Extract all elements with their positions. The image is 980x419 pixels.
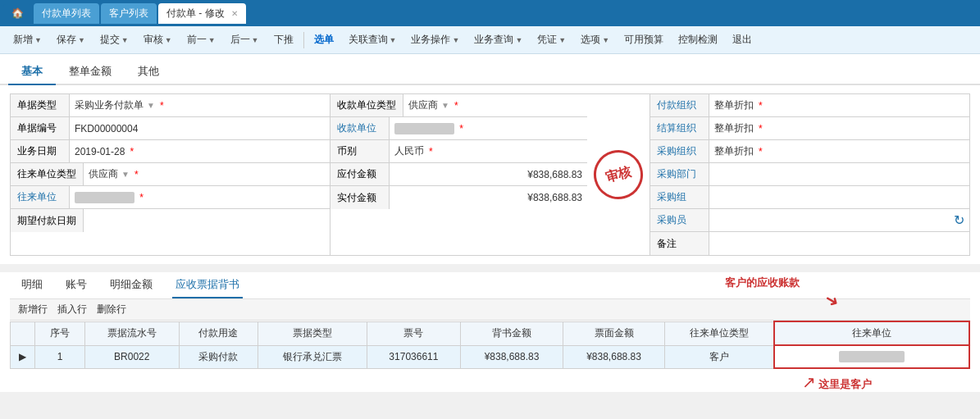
btn-delete-row[interactable]: 删除行	[97, 303, 126, 317]
btn-biz-op[interactable]: 业务操作 ▼	[404, 30, 466, 49]
toolbar: 新增 ▼ 保存 ▼ 提交 ▼ 审核 ▼ 前一 ▼ 后一 ▼ 下推 选单	[0, 26, 980, 54]
value-remark[interactable]	[709, 232, 969, 255]
label-purchase-dept[interactable]: 采购部门	[650, 163, 709, 185]
th-endorse-amt: 背书金额	[461, 321, 563, 345]
label-purchaser[interactable]: 采购员	[650, 209, 709, 231]
btn-save[interactable]: 保存 ▼	[50, 30, 92, 49]
doc-type-value: 采购业务付款单	[75, 98, 144, 112]
btn-new[interactable]: 新增 ▼	[7, 30, 48, 49]
label-purchase-group[interactable]: 采购组	[650, 186, 709, 208]
tab-other[interactable]: 其他	[125, 59, 172, 85]
tab-receivable[interactable]: 应收票据背书	[172, 272, 243, 298]
title-bar: 🏠 付款单列表 客户列表 付款单 - 修改 ✕	[0, 0, 980, 26]
label-pay-org[interactable]: 付款组织	[650, 94, 709, 116]
btn-add-row[interactable]: 新增行	[18, 303, 48, 317]
biz-date-value: 2019-01-28	[75, 146, 125, 157]
value-expect-date[interactable]	[84, 209, 330, 232]
form-row-purchase-org: 采购组织 整单折扣 *	[650, 140, 969, 163]
btn-voucher[interactable]: 凭证 ▼	[531, 30, 572, 49]
value-currency[interactable]: 人民币 *	[390, 140, 587, 162]
tab-payment-edit[interactable]: 付款单 - 修改 ✕	[158, 3, 246, 24]
value-recv-unit[interactable]: *	[390, 117, 587, 139]
td-type: 银行承兑汇票	[258, 345, 367, 368]
label-counterparty[interactable]: 往来单位	[11, 186, 70, 208]
label-settle-org[interactable]: 结算组织	[650, 117, 709, 139]
btn-biz-query-label: 业务查询	[474, 33, 513, 47]
btn-submit[interactable]: 提交 ▼	[93, 30, 135, 49]
btn-control[interactable]: 控制检测	[672, 30, 724, 49]
value-doc-type[interactable]: 采购业务付款单 ▼ *	[70, 94, 330, 116]
data-table: 序号 票据流水号 付款用途 票据类型 票号 背书金额 票面金额 往来单位类型 往…	[10, 321, 970, 369]
th-purpose: 付款用途	[179, 321, 258, 345]
value-counterparty[interactable]: *	[70, 186, 330, 208]
tab-account[interactable]: 账号	[62, 272, 90, 298]
form-row-purchase-group: 采购组	[650, 186, 969, 209]
tab-detail[interactable]: 明细	[18, 272, 46, 298]
label-purchase-org[interactable]: 采购组织	[650, 140, 709, 162]
btn-save-arrow: ▼	[78, 36, 85, 44]
btn-push[interactable]: 下推	[267, 30, 300, 49]
form-row-settle-org: 结算组织 整单折扣 *	[650, 117, 969, 140]
tab-total[interactable]: 整单金额	[56, 59, 125, 85]
btn-biz-op-arrow: ▼	[452, 36, 459, 44]
btn-audit[interactable]: 审核 ▼	[137, 30, 179, 49]
btn-select[interactable]: 选单	[308, 30, 340, 49]
tab-detail-amount[interactable]: 明细金额	[107, 272, 156, 298]
btn-budget-label: 可用预算	[624, 33, 663, 47]
table-row[interactable]: ▶ 1 BR0022 采购付款 银行承兑汇票 317036611 ¥838,68…	[11, 345, 970, 368]
tab-basic[interactable]: 基本	[8, 59, 56, 85]
recv-type-value: 供应商	[408, 98, 438, 112]
value-recv-type[interactable]: 供应商 ▼ *	[403, 94, 587, 116]
form-row-counterparty-type: 往来单位类型 供应商 ▼ *	[11, 163, 330, 186]
tab-payment-list[interactable]: 付款单列表	[34, 3, 99, 24]
settle-org-value: 整单折扣	[714, 121, 754, 135]
th-ticket-no: 票号	[367, 321, 461, 345]
btn-biz-query[interactable]: 业务查询 ▼	[467, 30, 529, 49]
btn-insert-row[interactable]: 插入行	[57, 303, 87, 317]
btn-related-query-label: 关联查询	[349, 33, 388, 47]
value-purchaser[interactable]: ↻	[709, 209, 969, 231]
annotation2-container: ↗ 这里是客户	[10, 369, 970, 392]
purchaser-icon[interactable]: ↻	[954, 212, 964, 228]
home-tab[interactable]: 🏠	[3, 4, 32, 22]
close-icon[interactable]: ✕	[231, 9, 238, 18]
btn-prev-arrow: ▼	[208, 36, 216, 44]
th-checkbox	[11, 321, 35, 345]
form-row-purchase-dept: 采购部门	[650, 163, 969, 186]
btn-new-label: 新增	[13, 33, 33, 47]
tab-receivable-label: 应收票据背书	[175, 278, 239, 290]
btn-control-label: 控制检测	[678, 33, 718, 47]
value-purchase-group[interactable]	[709, 186, 969, 208]
td-counterparty[interactable]	[774, 345, 969, 368]
annotation-label1: 客户的应收账款	[725, 276, 800, 290]
btn-related-query[interactable]: 关联查询 ▼	[342, 30, 403, 49]
counterparty-type-value: 供应商	[89, 167, 118, 181]
btn-push-label: 下推	[274, 33, 294, 47]
stamp-container: 审核	[587, 94, 650, 255]
value-doc-no[interactable]: FKD00000004	[70, 117, 330, 139]
form-row-biz-date: 业务日期 2019-01-28 *	[11, 140, 330, 163]
recv-type-arrow: ▼	[441, 101, 449, 110]
value-counterparty-type[interactable]: 供应商 ▼ *	[84, 163, 330, 185]
btn-exit[interactable]: 退出	[726, 30, 759, 49]
value-biz-date[interactable]: 2019-01-28 *	[70, 140, 330, 162]
tab-total-label: 整单金额	[69, 65, 112, 77]
value-settle-org[interactable]: 整单折扣 *	[709, 117, 969, 139]
btn-prev[interactable]: 前一 ▼	[180, 30, 222, 49]
btn-budget[interactable]: 可用预算	[618, 30, 670, 49]
btn-options[interactable]: 选项 ▼	[574, 30, 616, 49]
label-counterparty-type: 往来单位类型	[11, 163, 84, 185]
label-recv-unit[interactable]: 收款单位	[330, 117, 390, 139]
value-actual-pay[interactable]: ¥838,688.83	[390, 186, 587, 209]
btn-next[interactable]: 后一 ▼	[224, 30, 266, 49]
value-purchase-dept[interactable]	[709, 163, 969, 185]
separator1	[303, 32, 304, 48]
value-payable[interactable]: ¥838,688.83	[390, 163, 587, 185]
value-purchase-org[interactable]: 整单折扣 *	[709, 140, 969, 162]
tab-customer-list[interactable]: 客户列表	[101, 3, 157, 24]
doc-no-value: FKD00000004	[75, 123, 138, 134]
pay-org-value: 整单折扣	[714, 98, 754, 112]
form-middle-inner: 收款单位类型 供应商 ▼ * 收款单位 *	[330, 94, 650, 255]
btn-options-label: 选项	[581, 33, 600, 47]
value-pay-org[interactable]: 整单折扣 *	[709, 94, 969, 116]
